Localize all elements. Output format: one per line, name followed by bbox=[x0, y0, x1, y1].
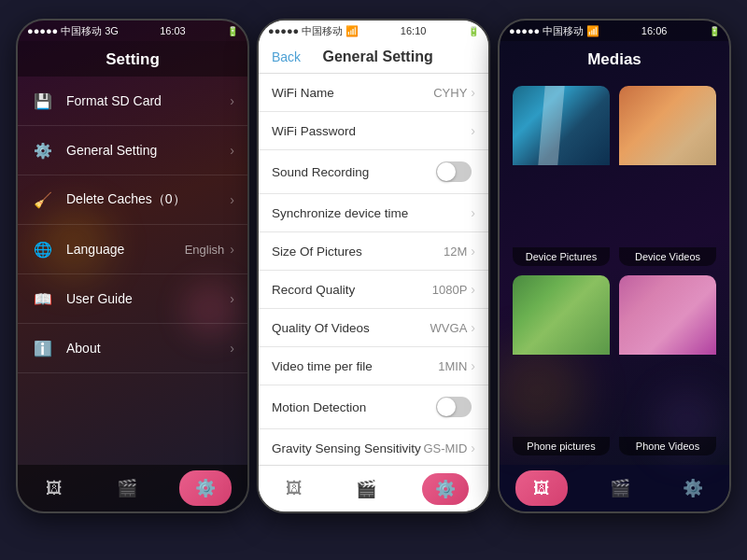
signal-dots: ●●●●● bbox=[27, 25, 58, 36]
chevron-record-quality: › bbox=[471, 282, 475, 297]
value-gravity-sensing: GS-MID bbox=[423, 441, 467, 455]
tab-bar-1: 🖼 🎬 ⚙️ bbox=[18, 465, 247, 511]
media-grid: Device Pictures Device Videos Phone pict… bbox=[500, 77, 729, 465]
label-motion-detection: Motion Detection bbox=[272, 400, 436, 414]
media-phone-pictures[interactable]: Phone pictures bbox=[513, 275, 610, 455]
battery-icon-1: 🔋 bbox=[227, 26, 238, 36]
settings-list: WiFi Name CYHY › WiFi Password › Sound R… bbox=[259, 74, 488, 465]
chevron-quality-videos: › bbox=[471, 320, 475, 335]
chevron-size-pictures: › bbox=[471, 244, 475, 259]
menu-label-user-guide: User Guide bbox=[66, 291, 230, 306]
label-phone-pictures: Phone pictures bbox=[513, 437, 610, 455]
label-wifi-name: WiFi Name bbox=[272, 86, 433, 100]
value-video-time: 1MIN bbox=[438, 359, 467, 373]
status-bar-1: ●●●●● 中国移动 3G 16:03 🔋 bbox=[18, 21, 247, 41]
status-carrier-2: ●●●●● 中国移动 📶 bbox=[268, 24, 359, 38]
toggle-knob-sound bbox=[437, 162, 456, 181]
chevron-video-time: › bbox=[471, 358, 475, 373]
menu-item-format-sd[interactable]: 💾 Format SD Card › bbox=[18, 77, 247, 126]
media-phone-videos[interactable]: Phone Videos bbox=[619, 275, 716, 455]
setting-video-time[interactable]: Video time per file 1MIN › bbox=[259, 347, 488, 385]
signal-dots-3: ●●●●● bbox=[509, 25, 540, 36]
label-sync-time: Synchronize device time bbox=[272, 206, 471, 220]
language-icon: 🌐 bbox=[31, 237, 55, 261]
setting-motion-detection[interactable]: Motion Detection bbox=[259, 385, 488, 429]
label-sound-recording: Sound Recording bbox=[272, 165, 436, 179]
tab-settings-2-active[interactable]: ⚙️ bbox=[422, 473, 469, 505]
phone2-header: Back General Setting bbox=[259, 41, 488, 74]
setting-size-pictures[interactable]: Size Of Pictures 12M › bbox=[259, 232, 488, 271]
tab-bar-2: 🖼 🎬 ⚙️ bbox=[259, 465, 488, 511]
value-record-quality: 1080P bbox=[432, 283, 468, 297]
phone2-title: General Setting bbox=[308, 49, 447, 65]
menu-item-about[interactable]: ℹ️ About › bbox=[18, 324, 247, 373]
menu-item-delete-caches[interactable]: 🧹 Delete Caches（0） › bbox=[18, 175, 247, 225]
media-device-pictures[interactable]: Device Pictures bbox=[513, 86, 610, 266]
label-device-videos: Device Videos bbox=[619, 247, 716, 266]
status-bar-2: ●●●●● 中国移动 📶 16:10 🔋 bbox=[259, 21, 488, 41]
thumb-phone-pictures-img bbox=[513, 275, 610, 355]
user-guide-icon: 📖 bbox=[31, 287, 55, 311]
phone-general-setting: ●●●●● 中国移动 📶 16:10 🔋 Back General Settin… bbox=[257, 19, 490, 513]
menu-item-general-setting[interactable]: ⚙️ General Setting › bbox=[18, 126, 247, 175]
tab-settings-3[interactable]: ⚙️ bbox=[672, 471, 713, 505]
setting-gravity-sensing[interactable]: Gravity Sensing Sensitivity GS-MID › bbox=[259, 429, 488, 465]
setting-sound-recording[interactable]: Sound Recording bbox=[259, 150, 488, 194]
status-time-3: 16:06 bbox=[641, 25, 668, 36]
about-icon: ℹ️ bbox=[31, 336, 55, 360]
label-wifi-password: WiFi Password bbox=[272, 124, 471, 138]
value-quality-videos: WVGA bbox=[430, 321, 468, 335]
menu-item-user-guide[interactable]: 📖 User Guide › bbox=[18, 274, 247, 324]
menu-item-language[interactable]: 🌐 Language English › bbox=[18, 225, 247, 274]
signal-dots-2: ●●●●● bbox=[268, 25, 299, 36]
tab-videos-2[interactable]: 🎬 bbox=[348, 475, 384, 503]
setting-wifi-password[interactable]: WiFi Password › bbox=[259, 112, 488, 150]
label-video-time: Video time per file bbox=[272, 359, 438, 373]
menu-label-language: Language bbox=[66, 242, 185, 257]
label-device-pictures: Device Pictures bbox=[513, 247, 610, 266]
phone3-header: Medias bbox=[500, 41, 729, 77]
toggle-knob-motion bbox=[437, 398, 456, 416]
status-right-1: 🔋 bbox=[227, 26, 238, 36]
setting-quality-videos[interactable]: Quality Of Videos WVGA › bbox=[259, 309, 488, 347]
status-carrier-3: ●●●●● 中国移动 📶 bbox=[509, 24, 599, 38]
tab-photos-1[interactable]: 🖼 bbox=[34, 471, 75, 505]
label-record-quality: Record Quality bbox=[272, 283, 432, 297]
toggle-motion-detection[interactable] bbox=[436, 397, 472, 417]
label-phone-videos: Phone Videos bbox=[619, 437, 716, 455]
tab-videos-3[interactable]: 🎬 bbox=[599, 471, 641, 505]
phone1-header: Setting bbox=[18, 41, 247, 77]
media-device-videos[interactable]: Device Videos bbox=[619, 86, 716, 266]
thumb-device-pictures-img bbox=[513, 86, 610, 165]
chevron-user-guide: › bbox=[230, 291, 234, 306]
setting-sync-time[interactable]: Synchronize device time › bbox=[259, 194, 488, 232]
value-size-pictures: 12M bbox=[444, 245, 467, 259]
phone-settings: ●●●●● 中国移动 3G 16:03 🔋 Setting 💾 Format S… bbox=[16, 19, 249, 513]
thumb-phone-videos-img bbox=[619, 275, 716, 355]
menu-label-format-sd: Format SD Card bbox=[66, 93, 230, 108]
tab-photos-2[interactable]: 🖼 bbox=[278, 475, 310, 502]
label-gravity-sensing: Gravity Sensing Sensitivity bbox=[272, 441, 423, 455]
chevron-format-sd: › bbox=[230, 93, 234, 108]
setting-record-quality[interactable]: Record Quality 1080P › bbox=[259, 271, 488, 309]
setting-wifi-name[interactable]: WiFi Name CYHY › bbox=[259, 74, 488, 112]
language-value: English bbox=[185, 243, 225, 257]
chevron-language: › bbox=[230, 242, 234, 257]
toggle-sound-recording[interactable] bbox=[436, 161, 472, 182]
chevron-wifi-password: › bbox=[471, 123, 475, 138]
battery-icon-3: 🔋 bbox=[709, 26, 720, 36]
tab-photos-3-active[interactable]: 🖼 bbox=[515, 470, 568, 506]
back-button[interactable]: Back bbox=[272, 49, 301, 64]
thumb-device-videos-img bbox=[619, 86, 716, 165]
status-carrier-1: ●●●●● 中国移动 3G bbox=[27, 24, 119, 38]
chevron-general-setting: › bbox=[230, 143, 234, 158]
chevron-gravity-sensing: › bbox=[471, 441, 475, 455]
status-right-2: 🔋 bbox=[468, 26, 479, 36]
label-size-pictures: Size Of Pictures bbox=[272, 245, 444, 259]
status-time-1: 16:03 bbox=[160, 25, 186, 36]
tab-settings-1-active[interactable]: ⚙️ bbox=[179, 470, 232, 506]
chevron-delete-caches: › bbox=[230, 192, 234, 207]
tab-videos-1[interactable]: 🎬 bbox=[106, 471, 148, 505]
chevron-about: › bbox=[230, 341, 234, 356]
battery-icon-2: 🔋 bbox=[468, 26, 479, 36]
